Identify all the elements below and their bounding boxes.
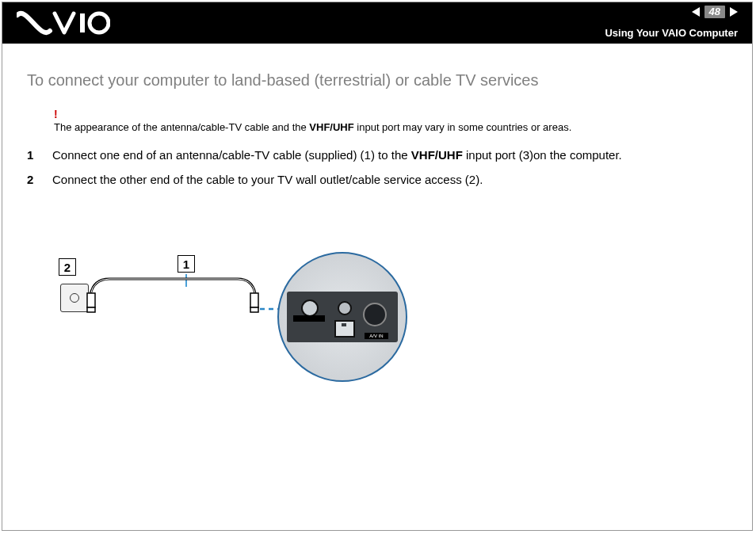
warning-note: ! The appearance of the antenna/cable-TV…: [54, 107, 742, 134]
svg-rect-5: [250, 307, 258, 312]
port-panel: A/V IN: [287, 292, 398, 342]
step-text-bold: VHF/UHF: [411, 148, 463, 162]
svg-rect-2: [87, 293, 95, 307]
connection-diagram: 2 1 3: [55, 238, 420, 388]
next-page-icon[interactable]: [730, 7, 738, 17]
section-title: Using Your VAIO Computer: [605, 27, 738, 39]
vhf-uhf-label: [293, 315, 325, 322]
step-text-pre: Connect the other end of the cable to yo…: [52, 173, 483, 186]
svg-rect-0: [80, 13, 85, 32]
step-text: Connect one end of an antenna/cable-TV c…: [52, 147, 622, 163]
step-text-pre: Connect one end of an antenna/cable-TV c…: [52, 148, 411, 162]
step-text-post: input port (3)on the computer.: [463, 148, 622, 162]
warning-text-post: input port may vary in some countries or…: [354, 121, 572, 133]
warning-text-pre: The appearance of the antenna/cable-TV c…: [54, 121, 309, 133]
step: 1 Connect one end of an antenna/cable-TV…: [27, 147, 742, 163]
aux-port-icon: [338, 301, 352, 315]
lan-port-icon: [334, 320, 355, 338]
warning-mark-icon: !: [54, 107, 742, 122]
page-number: 48: [704, 6, 725, 18]
pager: 48: [692, 6, 738, 18]
svg-rect-3: [87, 307, 95, 312]
svg-rect-4: [250, 293, 258, 307]
steps-list: 1 Connect one end of an antenna/cable-TV…: [27, 147, 742, 188]
vaio-logo: [17, 10, 110, 36]
vhf-uhf-port-icon: [301, 299, 319, 317]
step-number: 1: [27, 147, 41, 163]
device-port-closeup: A/V IN: [277, 252, 407, 382]
page-body: To connect your computer to land-based (…: [27, 71, 742, 196]
prev-page-icon[interactable]: [692, 7, 700, 17]
svg-point-1: [90, 13, 109, 32]
step: 2 Connect the other end of the cable to …: [27, 171, 742, 188]
warning-text-bold: VHF/UHF: [309, 121, 353, 133]
page-title: To connect your computer to land-based (…: [27, 71, 742, 90]
svideo-port-icon: [363, 303, 387, 326]
step-number: 2: [27, 171, 41, 188]
header-bar: 48 Using Your VAIO Computer: [2, 2, 752, 44]
av-in-label: A/V IN: [365, 333, 388, 339]
step-text: Connect the other end of the cable to yo…: [52, 171, 483, 188]
